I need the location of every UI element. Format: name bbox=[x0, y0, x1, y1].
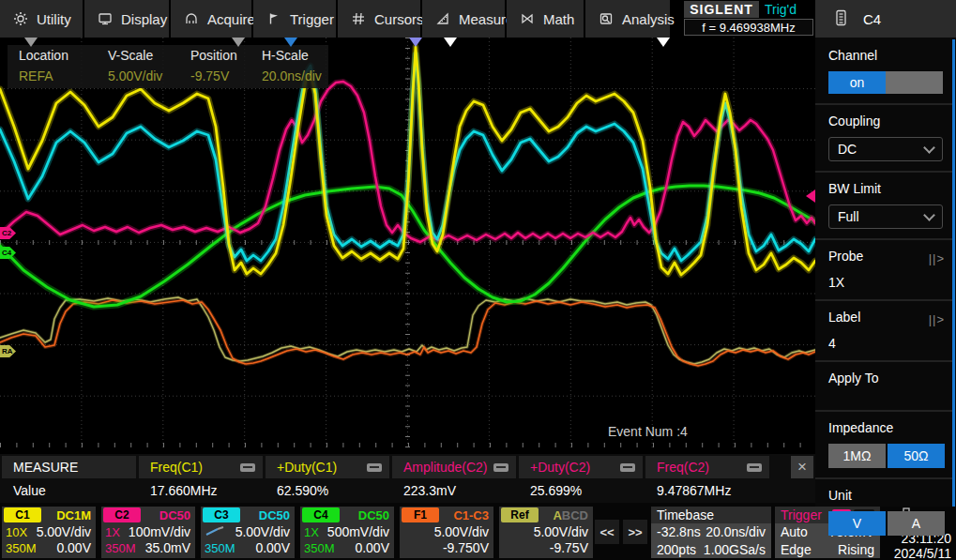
channel-box-c4[interactable]: C4DC501X500mV/div350M0.00V bbox=[300, 507, 394, 558]
unit-volt-button[interactable]: V bbox=[828, 511, 886, 536]
flyout-arrow-icon[interactable]: ||> bbox=[929, 312, 945, 326]
ref-scale: 5.00V/div bbox=[534, 524, 588, 539]
panel-title: C4 bbox=[863, 11, 881, 27]
measure-value: 223.3mV bbox=[392, 480, 516, 501]
math-icon bbox=[520, 11, 535, 26]
channel-box-c1[interactable]: C1DC1M10X5.00V/div350M0.00V bbox=[2, 507, 96, 558]
measure-title: MEASURE bbox=[2, 456, 136, 478]
measure-label: Freq(C2) bbox=[657, 460, 709, 475]
channel-on-button[interactable]: on bbox=[828, 71, 886, 94]
measure-icon bbox=[435, 11, 450, 26]
channel-offset: 35.0mV bbox=[145, 540, 190, 555]
channel-attenuation: 10X bbox=[6, 525, 27, 539]
date-display: 2024/5/11 bbox=[894, 546, 951, 560]
bw-limit-section: BW Limit Full bbox=[815, 173, 952, 240]
menu-item-cursors[interactable]: Cursors bbox=[338, 0, 420, 38]
channel-off-button[interactable] bbox=[886, 71, 943, 94]
measure-column-header: Freq(C2) bbox=[645, 456, 769, 478]
analysis-icon bbox=[599, 11, 614, 26]
overlay-value: REFA bbox=[19, 68, 108, 83]
flyout-arrow-icon[interactable]: ||> bbox=[929, 251, 945, 265]
channel-bandwidth: 350M bbox=[6, 541, 37, 555]
ref-offset: -9.75V bbox=[550, 540, 588, 555]
menu-item-analysis[interactable]: Analysis bbox=[585, 0, 670, 38]
channel-toggle: on bbox=[828, 71, 943, 94]
menu-item-label: Cursors bbox=[374, 11, 424, 27]
trigger-position-marker[interactable] bbox=[232, 38, 245, 47]
channel-box-c3[interactable]: C3DC505.00V/div350M0.00V bbox=[201, 507, 295, 558]
ref-box[interactable]: Ref ABCD 5.00V/div -9.75V bbox=[499, 507, 593, 558]
waveform-svg bbox=[0, 38, 815, 448]
panel-header: C4 bbox=[815, 0, 956, 38]
trigger-level-marker[interactable] bbox=[806, 189, 815, 203]
f1-scale: 5.00V/div bbox=[434, 524, 489, 539]
coupling-label: Coupling bbox=[828, 114, 943, 129]
channel-badge: C2 bbox=[103, 507, 141, 522]
flag-icon bbox=[266, 11, 281, 26]
f1-source: C1-C3 bbox=[453, 508, 489, 522]
channel-badge: C3 bbox=[203, 507, 240, 522]
overlay-header: Location bbox=[19, 48, 108, 63]
menu-item-trigger[interactable]: Trigger bbox=[253, 0, 336, 38]
apply-to-item[interactable]: Apply To bbox=[828, 371, 943, 386]
channel-bandwidth: 350M bbox=[304, 541, 335, 555]
remove-measure-icon[interactable] bbox=[367, 463, 382, 472]
menu-item-utility[interactable]: Utility bbox=[0, 0, 83, 38]
measure-column-header: +Duty(C2) bbox=[519, 456, 643, 478]
gear-icon bbox=[13, 11, 28, 26]
sample-rate: 1.00GSa/s bbox=[704, 542, 766, 557]
remove-measure-icon[interactable] bbox=[747, 463, 762, 472]
chevron-down-icon bbox=[923, 209, 935, 221]
trigger-position-marker[interactable] bbox=[409, 38, 422, 47]
measure-value: 62.590% bbox=[266, 480, 389, 501]
trigger-position-marker[interactable] bbox=[657, 38, 670, 47]
remove-measure-icon[interactable] bbox=[240, 463, 255, 472]
menu-item-label: Trigger bbox=[290, 11, 334, 27]
label-value[interactable]: 4 bbox=[828, 336, 943, 351]
measure-label: Freq(C1) bbox=[150, 460, 203, 475]
menu-item-label: Acquire bbox=[207, 11, 255, 27]
close-icon[interactable]: × bbox=[791, 456, 813, 478]
unit-label: Unit bbox=[828, 488, 943, 503]
f1-offset: -9.750V bbox=[443, 540, 489, 555]
label-section: Label ||> 4 bbox=[815, 301, 952, 362]
coupling-dropdown[interactable]: DC bbox=[828, 137, 943, 161]
chevron-down-icon bbox=[923, 142, 935, 154]
scroll-right-button[interactable]: >> bbox=[623, 520, 647, 544]
menu-item-measure[interactable]: Measure bbox=[422, 0, 505, 38]
trigger-position-marker[interactable] bbox=[24, 38, 38, 47]
bottom-status-bar: F1 C1-C3 5.00V/div -9.750V Ref ABCD 5.00… bbox=[0, 503, 956, 560]
channel-attenuation: 1X bbox=[304, 525, 319, 539]
unit-amp-button[interactable]: A bbox=[888, 511, 945, 536]
list-icon[interactable] bbox=[834, 9, 848, 29]
menu-item-display[interactable]: Display bbox=[84, 0, 169, 38]
impedance-50ohm-button[interactable]: 50Ω bbox=[888, 444, 945, 468]
impedance-label: Impedance bbox=[828, 420, 943, 435]
remove-measure-icon[interactable] bbox=[620, 463, 635, 472]
measure-label: +Duty(C1) bbox=[277, 460, 337, 475]
label-label: Label bbox=[828, 310, 943, 325]
timebase-title: Timebase bbox=[657, 507, 714, 522]
timebase-box[interactable]: Timebase -32.8ns 20.0ns/div 200pts 1.00G… bbox=[651, 507, 771, 558]
menu-item-label: Analysis bbox=[622, 11, 675, 27]
channel-box-c2[interactable]: C2DC501X100mV/div350M35.0mV bbox=[101, 507, 195, 558]
menu-item-acquire[interactable]: Acquire bbox=[171, 0, 251, 38]
scroll-left-button[interactable]: << bbox=[595, 520, 619, 544]
channel-scale: 5.00V/div bbox=[235, 524, 290, 539]
channel-settings-panel: C4 Channel on Coupling DC BW Limit Full … bbox=[815, 0, 956, 507]
measure-value-label: Value bbox=[2, 480, 136, 501]
waveform-display[interactable]: LocationV-ScalePositionH-ScaleREFA5.00V/… bbox=[0, 38, 815, 448]
channel-offset: 0.00V bbox=[56, 540, 91, 555]
remove-measure-icon[interactable] bbox=[493, 463, 508, 472]
trigger-position-marker[interactable] bbox=[444, 38, 457, 47]
impedance-1mohm-button[interactable]: 1MΩ bbox=[828, 444, 886, 468]
menu-item-math[interactable]: Math bbox=[507, 0, 584, 38]
trigger-position-marker[interactable] bbox=[284, 38, 297, 47]
measure-value: 9.47867MHz bbox=[645, 480, 769, 501]
event-num-label: Event Num :4 bbox=[608, 424, 688, 439]
function-f1-box[interactable]: F1 C1-C3 5.00V/div -9.750V bbox=[400, 507, 493, 558]
f1-badge: F1 bbox=[402, 507, 439, 522]
bw-limit-dropdown[interactable]: Full bbox=[828, 204, 943, 229]
probe-value[interactable]: 1X bbox=[828, 275, 943, 290]
overlay-header: H-Scale bbox=[262, 48, 340, 63]
